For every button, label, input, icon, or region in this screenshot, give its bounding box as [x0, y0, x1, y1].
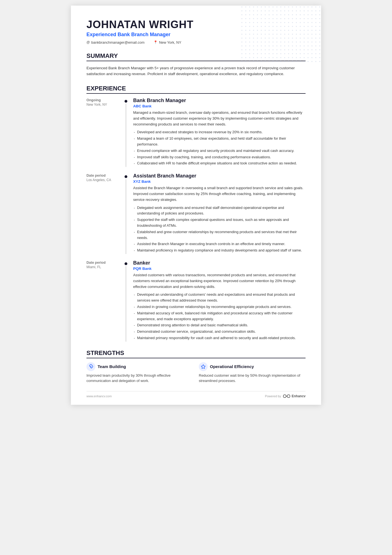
- experience-title: EXPERIENCE: [86, 85, 306, 94]
- exp-right-3: Banker PQR Bank Assisted customers with …: [129, 260, 306, 342]
- exp-company-3: PQR Bank: [133, 267, 306, 271]
- footer: www.enhancv.com Powered by Enhancv: [86, 391, 306, 398]
- exp-left-2: Date period Los Angeles, CA: [86, 173, 123, 254]
- exp-location-3: Miami, FL: [86, 265, 119, 269]
- bullet-3-2: Assisted in growing customer relationshi…: [133, 304, 306, 310]
- exp-bullets-1: Developed and executed strategies to inc…: [133, 129, 306, 166]
- bullet-2-2: Supported the staff with complex operati…: [133, 217, 306, 229]
- enhancv-brand-name: Enhancv: [292, 394, 306, 398]
- exp-left-3: Date period Miami, FL: [86, 260, 123, 342]
- exp-location-1: New York, NY: [86, 103, 119, 107]
- svg-rect-1: [240, 6, 321, 64]
- svg-point-2: [91, 366, 91, 367]
- strength-name-1: Team Building: [98, 364, 126, 369]
- bullet-3-5: Demonstrated customer service, organizat…: [133, 329, 306, 335]
- exp-job-title-2: Assistant Branch Manager: [133, 173, 306, 179]
- exp-bullets-2: Delegated work assignments and ensured t…: [133, 205, 306, 253]
- brain-icon: [86, 362, 95, 371]
- strength-item-1: Team Building Improved team productivity…: [86, 362, 193, 384]
- exp-desc-3: Assisted customers with various transact…: [133, 272, 306, 290]
- bullet-3-3: Maintained accuracy of work, balanced ri…: [133, 310, 306, 322]
- exp-job-title-3: Banker: [133, 260, 306, 266]
- summary-text: Experienced Bank Branch Manager with 5+ …: [86, 65, 306, 77]
- bullet-2-5: Maintained proficiency in regulatory com…: [133, 248, 306, 253]
- bullet-3-4: Demonstrated strong attention to detail …: [133, 322, 306, 328]
- enhancv-logo: Enhancv: [283, 394, 306, 398]
- strength-desc-2: Reduced customer wait time by 50% throug…: [199, 373, 306, 384]
- experience-item-1: Ongoing New York, NY Bank Branch Manager…: [86, 98, 306, 167]
- bullet-2-1: Delegated work assignments and ensured t…: [133, 205, 306, 217]
- exp-divider-3: [123, 260, 129, 342]
- exp-location-2: Los Angeles, CA: [86, 178, 119, 182]
- bullet-3-6: Maintained primary responsibility for va…: [133, 335, 306, 341]
- strengths-section: STRENGTHS Team Building Improved team pr…: [86, 349, 306, 384]
- exp-line-3: [126, 266, 126, 342]
- exp-right-1: Bank Branch Manager ABC Bank Managed a m…: [129, 98, 306, 167]
- experience-item-2: Date period Los Angeles, CA Assistant Br…: [86, 173, 306, 254]
- footer-website: www.enhancv.com: [86, 394, 112, 398]
- strengths-grid: Team Building Improved team productivity…: [86, 362, 306, 384]
- bullet-1-5: Collaborated with HR to handle difficult…: [133, 161, 306, 166]
- exp-line-1: [126, 104, 126, 167]
- footer-powered-by: Powered by Enhancv: [265, 394, 306, 398]
- exp-divider-1: [123, 98, 129, 167]
- exp-desc-1: Managed a medium-sized branch, oversaw d…: [133, 110, 306, 127]
- bullet-1-1: Developed and executed strategies to inc…: [133, 129, 306, 135]
- exp-right-2: Assistant Branch Manager XYZ Bank Assist…: [129, 173, 306, 254]
- powered-by-label: Powered by: [265, 394, 281, 398]
- dot-pattern-decoration: [240, 6, 321, 64]
- exp-left-1: Ongoing New York, NY: [86, 98, 123, 167]
- strength-header-1: Team Building: [86, 362, 193, 371]
- email-value: bankbranchmanager@email.com: [91, 40, 145, 45]
- exp-dot-3: [125, 262, 127, 265]
- resume-page: JOHNATAN WRIGHT Experienced Bank Branch …: [71, 6, 321, 405]
- strength-header-2: Operational Efficiency: [199, 362, 306, 371]
- exp-bullets-3: Developed an understanding of customers'…: [133, 292, 306, 341]
- email-icon: @: [86, 40, 90, 44]
- strength-desc-1: Improved team productivity by 30% throug…: [86, 373, 193, 384]
- exp-dot-2: [125, 175, 127, 178]
- enhancv-logo-icon: [283, 394, 291, 398]
- exp-company-2: XYZ Bank: [133, 179, 306, 184]
- exp-date-1: Ongoing: [86, 98, 119, 102]
- bullet-1-4: Improved staff skills by coaching, train…: [133, 154, 306, 160]
- location-contact: 📍 New York, NY: [153, 40, 181, 45]
- exp-date-3: Date period: [86, 261, 119, 265]
- strength-item-2: Operational Efficiency Reduced customer …: [199, 362, 306, 384]
- bullet-2-3: Established and grew customer relationsh…: [133, 229, 306, 241]
- exp-divider-2: [123, 173, 129, 254]
- bullet-2-4: Assisted the Branch Manager in executing…: [133, 241, 306, 247]
- exp-line-2: [126, 179, 126, 254]
- experience-item-3: Date period Miami, FL Banker PQR Bank As…: [86, 260, 306, 342]
- exp-company-1: ABC Bank: [133, 104, 306, 108]
- exp-dot-1: [125, 100, 127, 103]
- bullet-1-2: Managed a team of 10 employees, set clea…: [133, 136, 306, 147]
- email-contact: @ bankbranchmanager@email.com: [86, 40, 145, 45]
- location-icon: 📍: [153, 40, 158, 44]
- exp-date-2: Date period: [86, 174, 119, 177]
- svg-marker-3: [201, 364, 205, 368]
- location-value: New York, NY: [159, 40, 181, 45]
- strengths-title: STRENGTHS: [86, 349, 306, 358]
- bullet-3-1: Developed an understanding of customers'…: [133, 292, 306, 304]
- bullet-1-3: Ensured compliance with all regulatory a…: [133, 148, 306, 154]
- exp-desc-2: Assisted the Branch Manager in overseein…: [133, 185, 306, 203]
- strength-name-2: Operational Efficiency: [210, 364, 254, 369]
- star-icon: [199, 362, 208, 371]
- exp-job-title-1: Bank Branch Manager: [133, 98, 306, 103]
- experience-section: EXPERIENCE Ongoing New York, NY Bank Bra…: [86, 85, 306, 342]
